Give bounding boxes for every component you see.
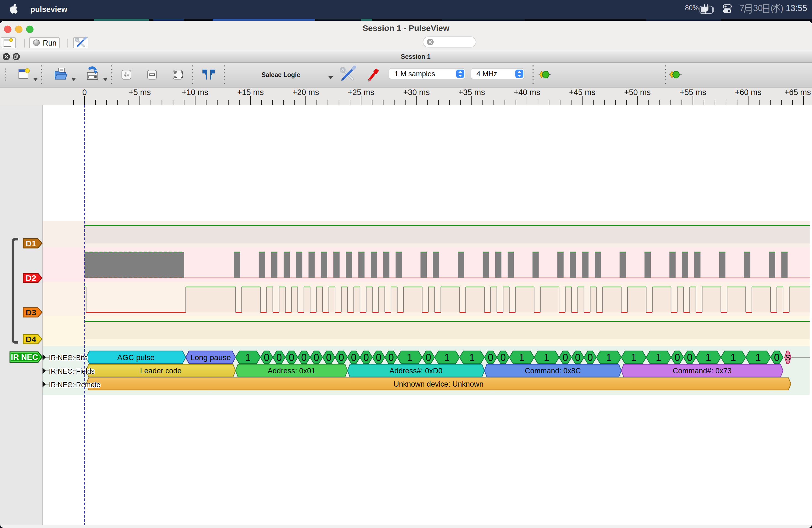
svg-text:0: 0 — [276, 352, 282, 363]
svg-text:AGC pulse: AGC pulse — [117, 353, 155, 362]
svg-text:Unknown device: Unknown: Unknown device: Unknown — [394, 380, 483, 388]
svg-text:0: 0 — [687, 352, 692, 363]
svg-text:0: 0 — [82, 88, 87, 97]
svg-text:Session 1: Session 1 — [401, 53, 431, 60]
svg-text:+25 ms: +25 ms — [348, 88, 374, 97]
svg-text:13:55: 13:55 — [786, 3, 807, 13]
svg-text:Long pause: Long pause — [190, 353, 231, 362]
svg-text:+45 ms: +45 ms — [569, 88, 595, 97]
svg-text:+40 ms: +40 ms — [514, 88, 540, 97]
svg-text:0: 0 — [376, 352, 381, 363]
svg-text:Command: 0x8C: Command: 0x8C — [525, 367, 581, 375]
svg-text:1: 1 — [656, 352, 662, 363]
svg-text:0: 0 — [774, 352, 780, 363]
svg-text:Run: Run — [43, 39, 57, 47]
svg-text:1: 1 — [544, 352, 549, 363]
svg-text:0: 0 — [563, 352, 568, 363]
svg-text:30: 30 — [753, 3, 763, 13]
svg-text:D3: D3 — [26, 308, 36, 317]
svg-text:+20 ms: +20 ms — [292, 88, 319, 97]
svg-text:+35 ms: +35 ms — [459, 88, 485, 97]
svg-text:0: 0 — [326, 352, 332, 363]
svg-text:+30 ms: +30 ms — [403, 88, 430, 97]
svg-text:0: 0 — [314, 352, 319, 363]
svg-text:1: 1 — [706, 352, 711, 363]
svg-text:1: 1 — [606, 352, 611, 363]
svg-text:IR NEC: Remote: IR NEC: Remote — [49, 381, 100, 388]
svg-text:0: 0 — [575, 352, 581, 363]
svg-text:1: 1 — [245, 352, 251, 363]
svg-text:0: 0 — [500, 352, 506, 363]
svg-text:): ) — [781, 3, 783, 13]
svg-text:1: 1 — [469, 352, 475, 363]
svg-text:0: 0 — [289, 352, 294, 363]
svg-text:0: 0 — [264, 352, 269, 363]
svg-text:D2: D2 — [26, 274, 36, 282]
svg-text:1: 1 — [730, 352, 736, 363]
svg-text:1: 1 — [445, 352, 450, 363]
svg-text:1: 1 — [755, 352, 761, 363]
svg-text:+65 ms: +65 ms — [784, 88, 811, 97]
svg-text:D1: D1 — [26, 239, 36, 248]
svg-text:0: 0 — [388, 352, 394, 363]
svg-text:+10 ms: +10 ms — [182, 88, 208, 97]
svg-text:D4: D4 — [26, 335, 37, 344]
svg-text:0: 0 — [363, 352, 369, 363]
svg-text:7: 7 — [740, 3, 744, 13]
svg-text:0: 0 — [338, 352, 344, 363]
svg-text:+60 ms: +60 ms — [735, 88, 762, 97]
svg-text:Leader code: Leader code — [140, 367, 182, 375]
svg-text:IR NEC: Fields: IR NEC: Fields — [49, 367, 95, 375]
svg-text:0: 0 — [425, 352, 431, 363]
svg-text:IR NEC: IR NEC — [11, 353, 38, 362]
svg-text:Saleae Logic: Saleae Logic — [262, 71, 301, 78]
svg-text:1: 1 — [631, 352, 636, 363]
svg-text:0: 0 — [588, 352, 593, 363]
svg-text:0: 0 — [675, 352, 680, 363]
svg-text:0: 0 — [351, 352, 357, 363]
svg-text:Session 1 - PulseView: Session 1 - PulseView — [363, 24, 450, 33]
svg-text:S: S — [785, 353, 791, 362]
svg-text:80%: 80% — [685, 4, 699, 12]
svg-text:1: 1 — [407, 352, 412, 363]
svg-text:pulseview: pulseview — [30, 5, 68, 14]
svg-text:+5 ms: +5 ms — [129, 88, 151, 97]
svg-text:4 MHz: 4 MHz — [476, 70, 497, 78]
svg-text:+15 ms: +15 ms — [237, 88, 264, 97]
svg-text:1: 1 — [519, 352, 524, 363]
svg-text:+50 ms: +50 ms — [624, 88, 651, 97]
svg-text:Address: 0x01: Address: 0x01 — [267, 367, 315, 375]
svg-text:1 M samples: 1 M samples — [394, 70, 435, 78]
svg-text:0: 0 — [301, 352, 307, 363]
svg-text:(: ( — [771, 3, 773, 13]
svg-text:IR NEC: Bits: IR NEC: Bits — [49, 354, 88, 362]
svg-text:Address#: 0xD0: Address#: 0xD0 — [389, 367, 443, 375]
svg-text:0: 0 — [488, 352, 493, 363]
svg-text:Command#: 0x73: Command#: 0x73 — [673, 367, 731, 375]
svg-text:+55 ms: +55 ms — [680, 88, 706, 97]
